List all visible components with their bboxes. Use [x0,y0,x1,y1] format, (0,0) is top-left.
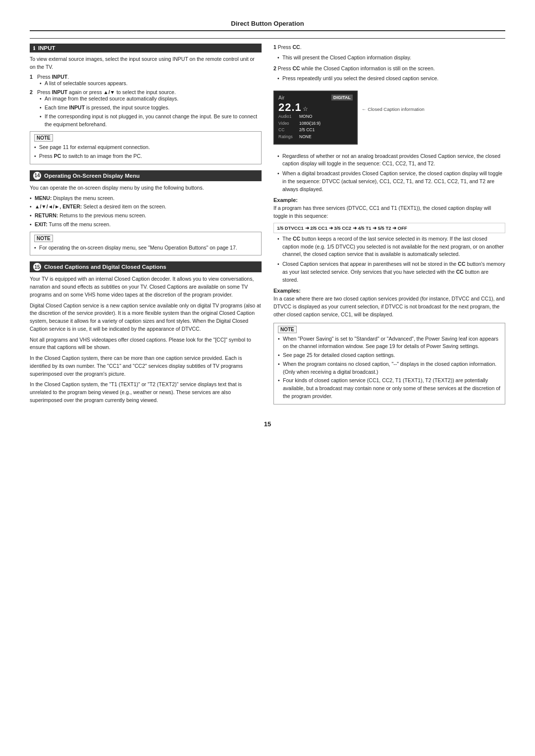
cc-section: 15 Closed Captions and Digital Closed Ca… [30,261,262,404]
osd-note-1: For operating the on-screen display menu… [34,244,257,252]
right-step1-bullet: This will present the Closed Caption inf… [277,54,505,62]
osd-return: RETURN: Returns to the previous menu scr… [30,212,262,220]
page-section-title: Direct Button Operation [231,20,304,27]
seq-arrow-2: ➜ [329,225,334,231]
osd-menu: MENU: Displays the menu screen. [30,195,262,202]
examples-label: Examples: [273,288,505,294]
example-intro: If a program has three services (DTVCC, … [273,204,505,220]
ratings-val: NONE [299,134,312,141]
osd-section-header: 14 Operating On-Screen Display Menu [30,170,262,181]
seq-arrow-3: ➜ [353,225,358,231]
video-val: 1080i(16:9) [299,120,321,127]
seq-3: 3/5 CC2 [334,225,351,231]
input-note-2: Press PC to switch to an image from the … [34,152,257,160]
memory-bullet-1: The CC button keeps a record of the last… [277,235,505,258]
osd-section: 14 Operating On-Screen Display Menu You … [30,170,262,256]
bottom-note-4: Four kinds of closed caption service (CC… [278,377,501,400]
osd-intro: You can operate the on-screen display me… [30,184,262,192]
cc-intro-4: In the Closed Caption system, there can … [30,354,262,378]
osd-note-label: NOTE [34,235,53,242]
cc-key: CC [278,127,297,134]
ratings-key: Ratings [278,134,297,141]
channel-number: 22.1 [278,101,302,113]
air-label: Air [278,95,284,101]
right-step-1: 1 Press CC. This will present the Closed… [273,44,505,62]
input-icon: ℹ [33,46,35,51]
bottom-note-box: NOTE When "Power Saving" is set to "Stan… [273,323,505,404]
input-section-header: ℹ INPUT [30,44,262,52]
osd-exit: EXIT: Turns off the menu screen. [30,221,262,229]
cc-intro-3: Not all programs and VHS videotapes offe… [30,336,262,352]
sequence-bar: 1/5 DTVCC1 ➜ 2/5 CC1 ➜ 3/5 CC2 ➜ 4/5 T1 … [273,223,505,233]
after-tv-bullet-2: When a digital broadcast provides Closed… [277,170,505,193]
osd-note-box: NOTE For operating the on-screen display… [30,232,262,256]
osd-badge: 14 [33,172,41,180]
example-section: Example: If a program has three services… [273,197,505,233]
input-step-2: 2 Press INPUT again or press ▲/▼ to sele… [30,89,262,128]
cc-intro-1: Your TV is equipped with an internal Clo… [30,275,262,299]
seq-4: 4/5 T1 [358,225,371,231]
example-label: Example: [273,197,505,203]
seq-2: 2/5 CC1 [310,225,327,231]
input-header-label: INPUT [38,45,55,51]
cc-section-header: 15 Closed Captions and Digital Closed Ca… [30,261,262,272]
tv-info-grid: Audio1 MONO Video 1080i(16:9) CC 2/5 CC1 [278,113,353,140]
input-step-1: 1 Press INPUT. A list of selectable sour… [30,74,262,88]
bottom-note-label: NOTE [278,326,297,333]
memory-bullet-2: Closed Caption services that appear in p… [277,260,505,284]
examples-text: In a case where there are two closed cap… [273,295,505,318]
seq-off: OFF [398,225,407,231]
bottom-note-1: When "Power Saving" is set to "Standard"… [278,335,501,351]
after-tv-bullets: Regardless of whether or not an analog b… [277,152,505,194]
seq-arrow-1: ➜ [305,225,311,231]
right-step2-bullet: Press repeatedly until you select the de… [277,75,505,83]
input-section: ℹ INPUT To view external source images, … [30,44,262,164]
cc-intro-2: Digital Closed Caption service is a new … [30,302,262,333]
input-intro: To view external source images, select t… [30,55,262,71]
bottom-note-2: See page 25 for detailed closed caption … [278,352,501,359]
input-step2-bullet3: If the corresponding input is not plugge… [40,113,262,129]
channel-suffix: ☆ [303,105,308,112]
cc-val: 2/5 CC1 [299,127,315,134]
left-column: ℹ INPUT To view external source images, … [30,44,262,410]
video-key: Video [278,120,297,127]
cc-header-label: Closed Captions and Digital Closed Capti… [44,264,166,270]
digital-badge: DIGITAL [331,95,353,101]
input-note-1: See page 11 for external equipment conne… [34,144,257,151]
audio-val: MONO [299,113,312,120]
osd-items: MENU: Displays the menu screen. ▲/▼/◄/►,… [30,195,262,229]
input-step2-bullet2: Each time INPUT is pressed, the input so… [40,104,262,112]
memory-bullets: The CC button keeps a record of the last… [277,235,505,284]
cc-badge: 15 [33,263,41,271]
input-step1-bullet: A list of selectable sources appears. [40,80,262,88]
input-steps: 1 Press INPUT. A list of selectable sour… [30,74,262,129]
cc-intro-5: In the Closed Caption system, the "T1 (T… [30,381,262,404]
seq-arrow-4: ➜ [373,225,378,231]
examples-section: Examples: In a case where there are two … [273,288,505,318]
after-tv-bullet-1: Regardless of whether or not an analog b… [277,152,505,168]
input-note-box: NOTE See page 11 for external equipment … [30,131,262,164]
seq-arrow-5: ➜ [392,225,398,231]
input-step2-bullet1: An image from the selected source automa… [40,95,262,103]
seq-5: 5/5 T2 [378,225,391,231]
bottom-note-3: When the program contains no closed capt… [278,360,501,376]
cc-info-annotation: ← Closed Caption information [362,106,425,112]
right-step-2: 2 Press CC while the Closed Caption info… [273,65,505,83]
seq-1: 1/5 DTVCC1 [277,225,304,231]
right-column: 1 Press CC. This will present the Closed… [273,44,505,410]
right-steps: 1 Press CC. This will present the Closed… [273,44,505,404]
osd-header-label: Operating On-Screen Display Menu [44,173,140,179]
osd-nav: ▲/▼/◄/►, ENTER: Select a desired item on… [30,203,262,211]
page-number: 15 [30,420,505,428]
cc-arrow: ← [362,106,367,112]
tv-display-wrapper: Air DIGITAL 22.1 ☆ Audio1 MONO Video [273,87,505,149]
cc-info-label: Closed Caption information [368,106,425,112]
direct-button-operation-title: Direct Button Operation [30,20,505,39]
input-note-label: NOTE [34,134,53,142]
audio-key: Audio1 [278,113,297,120]
tv-display: Air DIGITAL 22.1 ☆ Audio1 MONO Video [273,91,358,145]
